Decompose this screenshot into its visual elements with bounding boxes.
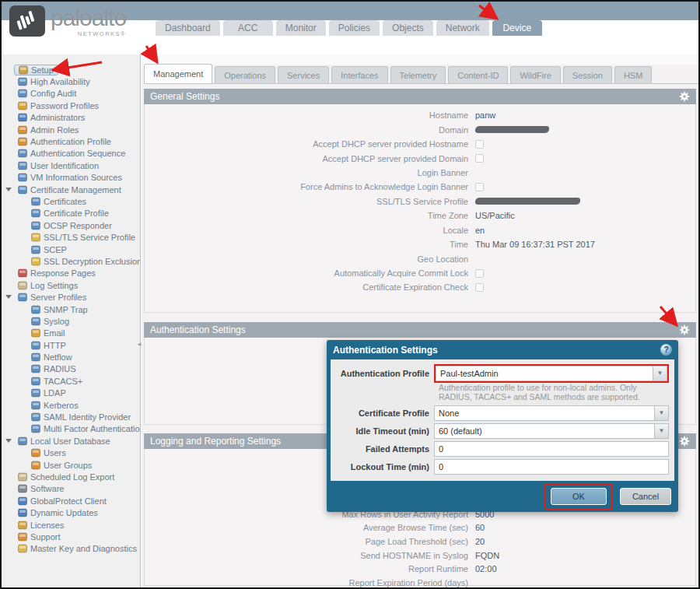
sidebar-item-users[interactable]: Users xyxy=(2,447,140,459)
sidebar-item-dynamic-updates[interactable]: Dynamic Updates xyxy=(2,507,140,518)
sub-tab-wildfire[interactable]: WildFire xyxy=(510,66,560,83)
authentication-sequence-icon xyxy=(18,149,27,158)
field-label: Login Banner xyxy=(145,168,475,177)
sidebar-item-support[interactable]: Support xyxy=(2,531,140,542)
sidebar-item-label: Email xyxy=(44,328,65,338)
sub-tab-interfaces[interactable]: Interfaces xyxy=(331,66,387,83)
authentication-profile-dropdown[interactable]: Paul-testAdmin▼ xyxy=(436,366,667,381)
sub-tab-management[interactable]: Management xyxy=(144,64,212,83)
certificate-management-icon xyxy=(18,185,27,195)
sidebar-item-admin-roles[interactable]: Admin Roles xyxy=(2,124,140,135)
sub-tab-services[interactable]: Services xyxy=(278,66,329,83)
main-tab-monitor[interactable]: Monitor xyxy=(276,20,326,36)
sidebar-item-scheduled-log-export[interactable]: Scheduled Log Export xyxy=(2,471,140,482)
field-value-text: US/Pacific xyxy=(475,211,515,220)
sidebar-item-authentication-sequence[interactable]: Authentication Sequence xyxy=(2,148,140,160)
expand-arrow-icon[interactable] xyxy=(5,295,12,299)
sidebar-item-globalprotect-client[interactable]: GlobalProtect Client xyxy=(2,495,140,507)
sidebar-item-master-key-and-diagnostics[interactable]: Master Key and Diagnostics xyxy=(2,543,140,555)
checkbox-accept-dhcp-server-provided-hostname[interactable] xyxy=(475,140,484,149)
sidebar-item-email[interactable]: Email xyxy=(2,328,140,339)
netflow-icon xyxy=(31,352,40,362)
idle-timeout-min-dropdown[interactable]: 60 (default)▼ xyxy=(434,423,669,439)
failed-attempts-input[interactable]: 0 xyxy=(434,441,669,457)
sidebar-item-scep[interactable]: SCEP xyxy=(2,244,140,255)
sidebar-item-kerberos[interactable]: Kerberos xyxy=(2,399,140,411)
main-tab-network[interactable]: Network xyxy=(436,20,489,36)
sidebar-item-netflow[interactable]: Netflow xyxy=(2,351,140,363)
content-top-gap xyxy=(142,54,698,65)
sidebar-item-log-settings[interactable]: Log Settings xyxy=(2,279,140,291)
sidebar-item-response-pages[interactable]: Response Pages xyxy=(2,268,140,279)
sidebar-item-certificate-profile[interactable]: Certificate Profile xyxy=(2,208,140,219)
sub-tab-hsm[interactable]: HSM xyxy=(614,66,652,83)
sub-tab-content-id[interactable]: Content-ID xyxy=(448,66,508,83)
sub-tab-session[interactable]: Session xyxy=(563,66,612,83)
sidebar-item-syslog[interactable]: Syslog xyxy=(2,315,140,327)
sidebar-item-local-user-database[interactable]: Local User Database xyxy=(2,435,140,447)
sidebar-item-user-groups[interactable]: User Groups xyxy=(2,459,140,471)
expand-arrow-icon[interactable] xyxy=(5,439,12,443)
sidebar-item-label: Response Pages xyxy=(30,268,96,278)
authentication-settings-gear-icon[interactable] xyxy=(679,324,690,335)
checkbox-accept-dhcp-server-provided-domain[interactable] xyxy=(475,154,484,163)
sidebar-item-user-identification[interactable]: User Identification xyxy=(2,160,140,171)
sidebar-item-server-profiles[interactable]: Server Profiles xyxy=(2,291,140,303)
field-value-text: 20 xyxy=(475,537,485,546)
field-value xyxy=(475,283,484,292)
sidebar-item-setup[interactable]: Setup xyxy=(2,64,140,75)
lockout-time-min-input[interactable]: 0 xyxy=(434,459,669,475)
sub-tab-operations[interactable]: Operations xyxy=(215,66,275,83)
admin-roles-icon xyxy=(18,125,27,135)
certificate-profile-dropdown[interactable]: None▼ xyxy=(434,405,669,421)
sidebar-item-label: SSL Decryption Exclusion xyxy=(44,257,141,266)
sidebar-item-password-profiles[interactable]: Password Profiles xyxy=(2,100,140,111)
main-tab-dashboard[interactable]: Dashboard xyxy=(156,20,220,36)
logging-settings-gear-icon[interactable] xyxy=(679,436,690,447)
sidebar-item-label: Software xyxy=(30,484,64,493)
sidebar-item-multi-factor-authentication[interactable]: Multi Factor Authentication xyxy=(2,423,140,435)
field-value: panw xyxy=(475,110,495,120)
sidebar-collapse-icon[interactable]: ◄ xyxy=(136,341,142,348)
checkbox-automatically-acquire-commit-lock[interactable] xyxy=(475,269,484,278)
http-icon xyxy=(31,341,40,350)
email-icon xyxy=(31,328,40,338)
help-icon[interactable]: ? xyxy=(660,344,672,356)
logging-row-average-browse-time-sec: Average Browse Time (sec)60 xyxy=(145,521,695,535)
sidebar-item-certificates[interactable]: Certificates xyxy=(2,195,140,207)
cancel-button[interactable]: Cancel xyxy=(620,488,671,505)
main-tab-device[interactable]: Device xyxy=(492,20,542,36)
sidebar-item-vm-information-sources[interactable]: VM Information Sources xyxy=(2,172,140,184)
sidebar-item-http[interactable]: HTTP xyxy=(2,339,140,351)
sidebar-item-licenses[interactable]: Licenses xyxy=(2,519,140,531)
sidebar-item-ssl-decryption-exclusion[interactable]: SSL Decryption Exclusion xyxy=(2,255,140,267)
main-tab-acc[interactable]: ACC xyxy=(223,20,273,36)
sidebar-item-ldap[interactable]: LDAP xyxy=(2,387,140,399)
field-label: Certificate Expiration Check xyxy=(145,282,475,292)
sidebar-item-high-availability[interactable]: High Availability xyxy=(2,75,140,87)
sidebar-item-radius[interactable]: RADIUS xyxy=(2,363,140,375)
sidebar-item-config-audit[interactable]: Config Audit xyxy=(2,88,140,100)
dropdown-arrow-icon[interactable]: ▼ xyxy=(653,366,667,380)
sidebar-item-saml-identity-provider[interactable]: SAML Identity Provider xyxy=(2,411,140,422)
checkbox-certificate-expiration-check[interactable] xyxy=(475,283,484,292)
sidebar-item-authentication-profile[interactable]: Authentication Profile xyxy=(2,135,140,147)
sub-tab-telemetry[interactable]: Telemetry xyxy=(390,66,446,83)
ok-button[interactable]: OK xyxy=(551,488,607,505)
sidebar-item-certificate-management[interactable]: Certificate Management xyxy=(2,184,140,195)
sidebar-item-tacacs[interactable]: TACACS+ xyxy=(2,375,140,387)
sidebar-item-ssl-tls-service-profile[interactable]: SSL/TLS Service Profile xyxy=(2,231,140,243)
dropdown-arrow-icon[interactable]: ▼ xyxy=(654,424,668,438)
main-tab-objects[interactable]: Objects xyxy=(383,20,433,36)
checkbox-force-admins-to-acknowledge-login-banner[interactable] xyxy=(475,183,484,191)
general-settings-gear-icon[interactable] xyxy=(679,91,690,102)
sidebar-item-software[interactable]: Software xyxy=(2,483,140,495)
ssl-tls-service-profile-icon xyxy=(31,233,40,242)
sidebar-item-snmp-trap[interactable]: SNMP Trap xyxy=(2,303,140,315)
expand-arrow-icon[interactable] xyxy=(5,188,12,191)
dropdown-arrow-icon[interactable]: ▼ xyxy=(654,406,668,420)
sidebar-item-administrators[interactable]: Administrators xyxy=(2,112,140,124)
field-value-text: FQDN xyxy=(475,551,499,560)
sidebar-item-ocsp-responder[interactable]: OCSP Responder xyxy=(2,219,140,231)
main-tab-policies[interactable]: Policies xyxy=(329,20,380,36)
